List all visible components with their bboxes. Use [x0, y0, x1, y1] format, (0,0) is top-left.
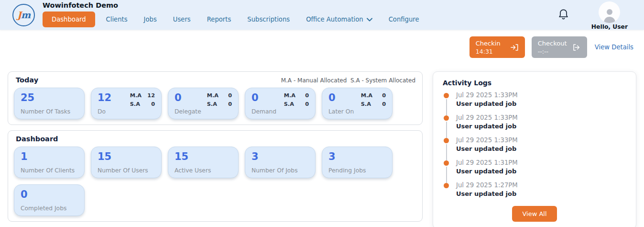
card-label: Number Of Clients [21, 167, 78, 174]
card-number-of-tasks[interactable]: 25 Number Of Tasks [14, 88, 85, 119]
logout-icon [572, 43, 581, 52]
activity-time: Jul 29 2025 1:33PM [456, 91, 626, 99]
sa-value: 0 [377, 101, 386, 107]
checkout-button[interactable]: Checkout --:-- [532, 36, 587, 58]
ma-label: M.A [130, 92, 142, 99]
card-label: Active Users [175, 167, 232, 174]
sa-label: S.A [284, 101, 295, 107]
card-delegate[interactable]: 0 Delegate M.A0 S.A0 [168, 88, 239, 119]
chevron-down-icon [367, 18, 372, 22]
card-value: 25 [21, 92, 78, 103]
view-details-link[interactable]: View Details [595, 44, 633, 51]
navbar-left: Jm Wowinfotech Demo Dashboard Clients Jo… [12, 0, 427, 30]
timeline-dot-icon [444, 183, 449, 188]
nav-item-office-automation[interactable]: Office Automation [298, 12, 381, 27]
today-title: Today [16, 76, 38, 84]
activity-logs-panel: Activity Logs Jul 29 2025 1:33PM User up… [433, 71, 636, 227]
activity-entry[interactable]: Jul 29 2025 1:33PM User updated job [444, 91, 626, 114]
activity-text: User updated job [456, 168, 626, 175]
main-nav: Dashboard Clients Jobs Users Reports Sub… [43, 11, 427, 27]
checkin-time: 14:31 [476, 48, 493, 55]
navbar-right: Hello, User [557, 0, 633, 30]
today-section: Today M.A - Manual Allocated S.A - Syste… [8, 71, 423, 125]
logo-letter-j: J [17, 10, 21, 20]
checkin-label: Checkin [476, 40, 501, 47]
card-active-users[interactable]: 15 Active Users [168, 147, 239, 178]
card-label: Later On [328, 108, 386, 115]
activity-time: Jul 29 2025 1:33PM [456, 114, 626, 121]
sa-label: S.A [207, 101, 218, 107]
nav-item-clients[interactable]: Clients [98, 12, 136, 27]
login-icon [510, 43, 519, 52]
card-label: Number Of Users [98, 167, 155, 174]
nav-item-office-automation-label: Office Automation [306, 16, 363, 23]
activity-time: Jul 29 2025 1:31PM [456, 159, 626, 166]
activity-time: Jul 29 2025 1:27PM [456, 182, 626, 189]
sa-value: 0 [146, 101, 155, 107]
activity-text: User updated job [456, 100, 626, 107]
card-label: Delegate [175, 108, 232, 115]
card-number-of-jobs[interactable]: 3 Number Of Jobs [245, 147, 316, 178]
timeline-connector [446, 122, 447, 138]
activity-text: User updated job [456, 123, 626, 130]
checkout-time: --:-- [538, 48, 548, 55]
user-avatar[interactable] [599, 1, 620, 23]
brand-and-nav: Wowinfotech Demo Dashboard Clients Jobs … [43, 0, 427, 30]
nav-item-users[interactable]: Users [165, 12, 199, 27]
today-header: Today M.A - Manual Allocated S.A - Syste… [14, 75, 416, 84]
nav-item-configure[interactable]: Configure [381, 12, 427, 27]
card-number-of-users[interactable]: 15 Number Of Users [91, 147, 162, 178]
nav-item-dashboard[interactable]: Dashboard [43, 11, 95, 27]
nav-item-reports[interactable]: Reports [199, 12, 240, 27]
allocation-breakdown: M.A0 S.A0 [361, 92, 386, 107]
timeline-dot-icon [444, 138, 449, 143]
timeline-connector [446, 144, 447, 160]
card-later-on[interactable]: 0 Later On M.A0 S.A0 [322, 88, 393, 119]
bell-icon [557, 8, 569, 21]
ma-value: 12 [146, 92, 155, 99]
card-value: 15 [98, 151, 155, 162]
card-label: Number Of Jobs [251, 167, 309, 174]
logo-letter-m: m [21, 10, 30, 20]
sa-value: 0 [223, 101, 232, 107]
brand-title: Wowinfotech Demo [43, 1, 427, 9]
card-demand[interactable]: 0 Demand M.A0 S.A0 [245, 88, 316, 119]
allocation-breakdown: M.A12 S.A0 [130, 92, 155, 107]
card-value: 0 [21, 189, 78, 200]
activity-entry[interactable]: Jul 29 2025 1:33PM User updated job [444, 136, 626, 159]
card-pending-jobs[interactable]: 3 Pending Jobs [322, 147, 393, 178]
view-all-button[interactable]: View All [512, 206, 557, 222]
card-completed-jobs[interactable]: 0 Completed Jobs [14, 184, 85, 216]
ma-value: 0 [377, 92, 386, 99]
dashboard-section: Dashboard 1 Number Of Clients 15 Number … [8, 130, 423, 222]
dashboard-cards-row: 1 Number Of Clients 15 Number Of Users 1… [14, 147, 416, 216]
card-value: 15 [175, 151, 232, 162]
card-label: Do [98, 108, 155, 115]
card-label: Demand [251, 108, 309, 115]
activity-entry[interactable]: Jul 29 2025 1:33PM User updated job [444, 114, 626, 136]
stats-column: Today M.A - Manual Allocated S.A - Syste… [8, 71, 423, 227]
allocation-legend: M.A - Manual Allocated S.A - System Allo… [281, 77, 415, 84]
notifications-button[interactable] [557, 8, 569, 23]
attendance-row: Checkin 14:31 Checkout --:-- View Detail… [0, 30, 644, 58]
checkin-labels: Checkin 14:31 [476, 40, 501, 55]
activity-timeline: Jul 29 2025 1:33PM User updated job Jul … [443, 91, 626, 204]
ma-label: M.A [284, 92, 295, 99]
card-label: Pending Jobs [328, 167, 386, 174]
activity-time: Jul 29 2025 1:33PM [456, 136, 626, 144]
timeline-dot-icon [444, 115, 449, 121]
activity-entry[interactable]: Jul 29 2025 1:27PM User updated job [444, 182, 626, 204]
timeline-dot-icon [444, 93, 449, 98]
card-do[interactable]: 12 Do M.A12 S.A0 [91, 88, 162, 119]
checkout-labels: Checkout --:-- [538, 40, 567, 55]
checkin-button[interactable]: Checkin 14:31 [469, 36, 525, 58]
activity-entry[interactable]: Jul 29 2025 1:31PM User updated job [444, 159, 626, 182]
nav-item-subscriptions[interactable]: Subscriptions [239, 12, 298, 27]
ma-value: 0 [223, 92, 232, 99]
nav-item-jobs[interactable]: Jobs [136, 12, 165, 27]
card-label: Completed Jobs [21, 205, 78, 212]
card-label: Number Of Tasks [21, 108, 78, 115]
activity-text: User updated job [456, 190, 626, 197]
card-number-of-clients[interactable]: 1 Number Of Clients [14, 147, 85, 178]
company-logo[interactable]: Jm [12, 4, 35, 26]
